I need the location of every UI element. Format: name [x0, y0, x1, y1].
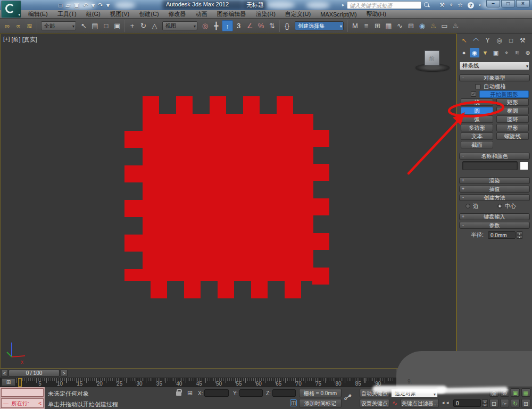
viewcube[interactable]: 前	[414, 49, 452, 74]
previous-frame-button[interactable]: <	[1, 370, 8, 377]
frame-spinner-up-icon[interactable]: ▴	[482, 399, 488, 403]
redo-icon[interactable]: ↷	[98, 2, 103, 9]
favorites-icon[interactable]: ☆	[458, 2, 463, 9]
maximize-viewport-icon[interactable]: ⊞	[521, 399, 530, 407]
time-slider-handle[interactable]: 0 / 100	[9, 370, 60, 377]
current-frame-marker[interactable]	[18, 378, 22, 387]
rollout-interpolation[interactable]: + 插值	[459, 186, 530, 193]
reference-coordinate-dropdown[interactable]: 视图 ▾	[162, 21, 197, 30]
category-cameras-icon[interactable]: ▣	[491, 48, 501, 57]
category-helpers-icon[interactable]: ⌖	[502, 48, 511, 57]
button-helix[interactable]: 螺旋线	[496, 132, 529, 140]
menu-item[interactable]: 编辑(E)	[23, 10, 53, 18]
time-slider[interactable]: < 0 / 100 >	[0, 369, 396, 378]
collapse-icon[interactable]: -	[461, 222, 466, 228]
macro-recorder-line[interactable]	[1, 388, 44, 397]
button-star[interactable]: 星形	[496, 124, 529, 131]
rollout-parameters[interactable]: - 参数	[459, 222, 530, 229]
menu-item[interactable]: 视图(V)	[105, 10, 135, 18]
tab-motion[interactable]: ◎	[494, 36, 504, 45]
viewport-front[interactable]: [+][前][真实]	[0, 34, 456, 369]
select-object-icon[interactable]: ↖	[78, 20, 89, 31]
close-button[interactable]: ×	[516, 0, 530, 7]
key-filters-button[interactable]: 关键点过滤器...	[401, 399, 439, 407]
tab-hierarchy[interactable]: Y	[483, 36, 493, 45]
selection-lock-toggle-icon[interactable]	[176, 391, 181, 396]
align-icon[interactable]: ≡	[361, 20, 372, 31]
search-expand-icon[interactable]: ▸	[342, 2, 345, 7]
menu-item[interactable]: 组(G)	[81, 10, 105, 18]
tab-create[interactable]: ↖	[459, 36, 469, 45]
button-circle[interactable]: 圆	[461, 107, 493, 114]
y-coordinate-field[interactable]	[239, 389, 263, 397]
button-donut[interactable]: 圆环	[496, 115, 529, 123]
zoom-extents-icon[interactable]: ▣	[511, 388, 520, 397]
spinner-snap-icon[interactable]: ⇅	[267, 20, 278, 31]
category-shapes-icon[interactable]: ◉	[470, 48, 479, 57]
mirror-icon[interactable]: M	[350, 20, 361, 31]
radius-input[interactable]: 0.0mm	[488, 231, 516, 239]
use-pivot-point-icon[interactable]: ◎	[200, 20, 211, 31]
angle-snap-icon[interactable]: ∠	[244, 20, 255, 31]
menu-item[interactable]: 自定义(U)	[280, 10, 315, 18]
rollout-rendering[interactable]: + 渲染	[459, 177, 530, 184]
select-and-rotate-icon[interactable]: ↻	[138, 20, 149, 31]
z-coordinate-field[interactable]	[272, 389, 296, 397]
bind-to-space-warp-icon[interactable]: ≋	[24, 20, 35, 31]
subcategory-dropdown[interactable]: 样条线 ▾	[459, 61, 530, 70]
zoom-region-icon[interactable]: ⊡	[489, 399, 498, 407]
schematic-view-icon[interactable]: ⊟	[405, 20, 417, 31]
percent-snap-icon[interactable]: %	[255, 20, 267, 31]
spinner-down-icon[interactable]: ▾	[517, 235, 522, 239]
object-name-input[interactable]	[462, 161, 518, 170]
help-icon[interactable]: ?	[468, 2, 474, 9]
rollout-creation-method[interactable]: - 创建方法	[459, 194, 530, 201]
offset-mode-icon[interactable]: ◫	[290, 399, 297, 406]
save-file-icon[interactable]: ▣	[73, 2, 79, 9]
open-file-icon[interactable]: ▱	[65, 2, 70, 9]
keyboard-shortcut-override-icon[interactable]: ↑	[222, 20, 233, 31]
menu-item[interactable]: 渲染(R)	[251, 10, 280, 18]
add-time-tag-button[interactable]: 添加时间标记	[299, 399, 342, 407]
pan-icon[interactable]: ☞	[500, 399, 509, 407]
rollout-name-color[interactable]: - 名称和颜色	[459, 153, 530, 160]
new-scene-icon[interactable]: □	[59, 2, 62, 9]
rendered-frame-icon[interactable]: ▭	[439, 20, 450, 31]
rollout-object-type[interactable]: - 对象类型	[459, 74, 530, 81]
render-production-icon[interactable]: ♨	[450, 20, 461, 31]
menu-item[interactable]: 动画	[191, 10, 212, 18]
tab-utilities[interactable]: ⚒	[518, 36, 528, 45]
zoom-extents-all-icon[interactable]: ▦	[521, 388, 530, 397]
x-coordinate-field[interactable]	[204, 389, 229, 397]
material-editor-icon[interactable]: ◉	[417, 20, 428, 31]
graphite-ribbon-icon[interactable]: ▦	[383, 20, 394, 31]
next-frame-button[interactable]: >	[61, 370, 68, 377]
maxscript-mini-listener[interactable]: — 所在行: <	[0, 387, 45, 409]
go-to-start-icon[interactable]: ◄◄	[441, 400, 450, 405]
button-ellipse[interactable]: 椭圆	[496, 107, 529, 114]
application-menu-button[interactable]: ▾	[1, 1, 21, 18]
menu-item[interactable]: MAXScript(M)	[315, 11, 361, 18]
absolute-transform-icon[interactable]: ⊞	[187, 389, 193, 397]
selection-filter-dropdown[interactable]: 全部 ▾	[41, 21, 76, 30]
select-and-link-icon[interactable]: ∞	[2, 20, 13, 31]
menu-item[interactable]: 修改器	[164, 10, 191, 18]
menu-item[interactable]: 帮助(H)	[362, 10, 391, 18]
spinner-up-icon[interactable]: ▴	[517, 231, 522, 235]
collapse-icon[interactable]: -	[461, 75, 466, 81]
button-line[interactable]: 线	[461, 98, 493, 106]
button-polygon[interactable]: 多边形	[461, 124, 493, 131]
select-and-move-icon[interactable]: +	[127, 20, 138, 31]
collapse-icon[interactable]: -	[461, 153, 466, 159]
category-geometry-icon[interactable]: ●	[459, 48, 469, 57]
edit-named-selection-sets-icon[interactable]: {}	[281, 20, 293, 31]
category-space-warps-icon[interactable]: ≋	[512, 48, 522, 57]
track-bar[interactable]: 051015202530354045505560657075808590	[0, 378, 396, 387]
button-rectangle[interactable]: 矩形	[496, 98, 529, 106]
collapse-icon[interactable]: -	[461, 195, 466, 201]
current-frame-field[interactable]: 0	[453, 399, 481, 407]
menu-item[interactable]: 工具(T)	[53, 10, 81, 18]
expand-icon[interactable]: +	[461, 186, 466, 192]
listener-line[interactable]: — 所在行: <	[1, 398, 44, 408]
snap-toggle-3d-icon[interactable]: 3	[233, 20, 244, 31]
